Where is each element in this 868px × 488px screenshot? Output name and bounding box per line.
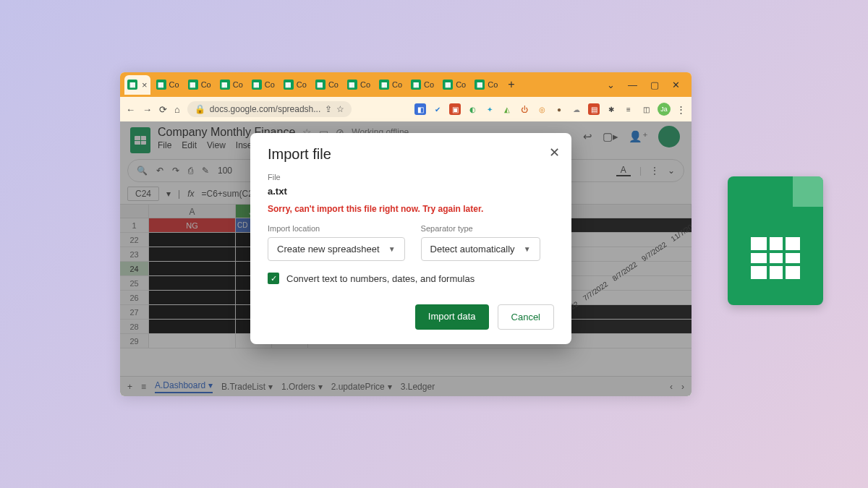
tab[interactable]: ▦Co [472, 75, 501, 94]
cancel-button[interactable]: Cancel [498, 304, 554, 330]
share-icon[interactable]: ⇪ [325, 104, 332, 114]
sheets-icon: ▦ [220, 80, 230, 90]
tab[interactable]: ▦Co [440, 75, 469, 94]
extension-icon[interactable]: ◐ [467, 103, 478, 115]
extension-icon[interactable]: ☁ [571, 103, 582, 115]
sheets-app: Company Monthly Finance ☆ ▭ ⊘ Working of… [120, 121, 692, 396]
tab-label: Co [456, 80, 466, 89]
extension-icon[interactable]: ▣ [449, 103, 461, 115]
tab[interactable]: ▦Co [408, 75, 437, 94]
extension-icon[interactable]: ⏻ [519, 103, 530, 115]
sheets-icon: ▦ [252, 80, 262, 90]
maximize-icon[interactable]: ▢ [650, 80, 659, 90]
star-icon[interactable]: ☆ [336, 104, 344, 114]
back-icon[interactable]: ← [126, 104, 135, 115]
reading-list-icon[interactable]: ≡ [623, 103, 634, 115]
tab-label: Co [488, 80, 498, 89]
import-location-label: Import location [268, 224, 405, 233]
error-message: Sorry, can't import this file right now.… [268, 204, 554, 214]
window-controls: ⌄ — ▢ ✕ [607, 80, 687, 90]
extension-icon[interactable]: ◭ [501, 103, 513, 115]
tab-label: Co [297, 80, 307, 89]
reload-icon[interactable]: ⟳ [159, 104, 167, 115]
address-bar: ← → ⟳ ⌂ 🔒 docs.google.com/spreadsh... ⇪ … [120, 97, 692, 121]
tab-label: Co [392, 80, 402, 89]
tab-active[interactable]: ▦ × [124, 75, 150, 95]
sheets-icon: ▦ [411, 80, 421, 90]
home-icon[interactable]: ⌂ [174, 104, 180, 115]
sheets-icon: ▦ [379, 80, 389, 90]
tab-label: Co [265, 80, 275, 89]
sheets-icon: ▦ [475, 80, 485, 90]
tab-strip: ▦ × ▦Co ▦Co ▦Co ▦Co ▦Co ▦Co ▦Co ▦Co ▦Co … [120, 72, 692, 97]
sheets-logo-icon [728, 176, 823, 305]
tab[interactable]: ▦Co [344, 75, 373, 94]
tab[interactable]: ▦Co [153, 75, 182, 94]
extension-icon[interactable]: ◎ [536, 103, 548, 115]
sheets-icon: ▦ [188, 80, 198, 90]
tab-label: Co [360, 80, 370, 89]
lock-icon: 🔒 [195, 104, 205, 114]
close-icon[interactable]: ✕ [549, 145, 560, 160]
select-value: Detect automatically [430, 244, 515, 254]
tab-label: Co [201, 80, 211, 89]
extension-icon[interactable]: ✔ [432, 103, 443, 115]
forward-icon[interactable]: → [142, 104, 152, 115]
convert-checkbox[interactable]: ✓ [268, 273, 279, 284]
browser-window: ▦ × ▦Co ▦Co ▦Co ▦Co ▦Co ▦Co ▦Co ▦Co ▦Co … [120, 72, 692, 396]
dialog-title: Import file [268, 146, 554, 163]
sheets-icon: ▦ [347, 80, 357, 90]
tab-label: Co [424, 80, 434, 89]
extensions-icon[interactable]: ✱ [605, 103, 617, 115]
sheets-icon: ▦ [156, 80, 166, 90]
chevron-down-icon[interactable]: ⌄ [607, 80, 615, 90]
extension-icon[interactable]: ◧ [414, 103, 426, 115]
import-location-select[interactable]: Create new spreadsheet ▼ [268, 237, 405, 261]
tab-label: Co [328, 80, 339, 89]
extension-icon[interactable]: ✦ [484, 103, 495, 115]
tab-label: Co [233, 80, 243, 89]
extension-icon[interactable]: ● [553, 103, 565, 115]
tab[interactable]: ▦Co [312, 75, 341, 94]
import-file-dialog: ✕ Import file File a.txt Sorry, can't im… [250, 133, 571, 344]
sheets-icon: ▦ [315, 80, 326, 90]
sheets-icon: ▦ [284, 80, 294, 90]
tab[interactable]: ▦Co [281, 75, 310, 94]
sheets-icon: ▦ [443, 80, 453, 90]
filename: a.txt [268, 186, 554, 197]
separator-label: Separator type [421, 224, 540, 233]
side-panel-icon[interactable]: ◫ [640, 103, 652, 115]
tab-label: Co [169, 80, 179, 89]
tab[interactable]: ▦Co [249, 75, 278, 94]
tab[interactable]: ▦Co [217, 75, 246, 94]
close-icon[interactable]: × [142, 80, 148, 90]
import-data-button[interactable]: Import data [415, 304, 489, 330]
url-box[interactable]: 🔒 docs.google.com/spreadsh... ⇪ ☆ [187, 101, 352, 117]
close-icon[interactable]: ✕ [672, 80, 680, 90]
separator-select[interactable]: Detect automatically ▼ [421, 237, 540, 261]
extension-icons: ◧ ✔ ▣ ◐ ✦ ◭ ⏻ ◎ ● ☁ ▤ ✱ ≡ ◫ Ja ⋮ [414, 103, 686, 116]
sheets-icon: ▦ [127, 80, 137, 90]
extension-icon[interactable]: ▤ [588, 103, 600, 115]
chevron-down-icon: ▼ [524, 245, 531, 253]
kebab-icon[interactable]: ⋮ [676, 104, 686, 115]
tab[interactable]: ▦Co [376, 75, 405, 94]
chevron-down-icon: ▼ [388, 245, 396, 253]
new-tab-button[interactable]: + [503, 78, 519, 91]
url-text: docs.google.com/spreadsh... [210, 104, 320, 114]
file-label: File [268, 173, 554, 181]
select-value: Create new spreadsheet [277, 244, 380, 254]
minimize-icon[interactable]: — [628, 80, 637, 90]
tab[interactable]: ▦Co [185, 75, 214, 94]
convert-label: Convert text to numbers, dates, and form… [286, 273, 475, 284]
profile-avatar[interactable]: Ja [658, 103, 671, 116]
